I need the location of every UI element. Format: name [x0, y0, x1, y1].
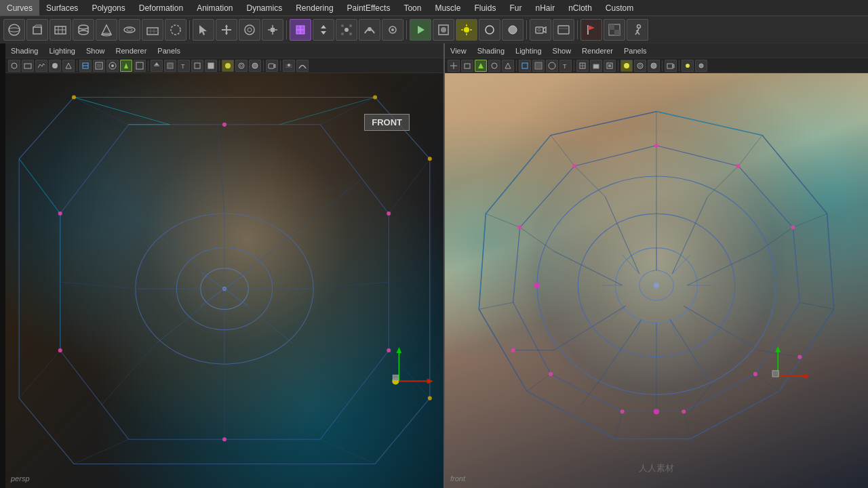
rv-tool14[interactable] [634, 60, 646, 72]
right-vp-lighting[interactable]: Lighting [510, 43, 547, 58]
lv-tool12[interactable] [164, 60, 176, 72]
tool-render-flag[interactable] [580, 19, 602, 41]
tool-checker[interactable] [604, 19, 625, 41]
lv-tool13[interactable]: T [178, 60, 190, 72]
tool-scale[interactable] [262, 19, 283, 41]
lv-tool16[interactable] [222, 60, 234, 72]
left-vp-renderer[interactable]: Renderer [110, 43, 152, 58]
rv-tool12[interactable] [604, 60, 616, 72]
lv-tool14[interactable] [191, 60, 203, 72]
svg-line-132 [279, 97, 375, 124]
tool-snap-grid[interactable] [336, 19, 357, 41]
tool-plane[interactable] [142, 19, 163, 41]
lv-snapcurve[interactable] [296, 60, 309, 72]
tool-ipr[interactable] [433, 19, 454, 41]
lv-tool17[interactable] [235, 60, 248, 72]
rv-tool4[interactable] [488, 60, 500, 72]
left-vp-lighting[interactable]: Lighting [43, 43, 81, 58]
right-vp-view[interactable]: View [445, 43, 472, 58]
lv-tool18[interactable] [249, 60, 261, 72]
tool-walk[interactable] [627, 19, 648, 41]
tool-cube[interactable] [26, 19, 48, 41]
rv-tool5[interactable] [502, 60, 514, 72]
left-viewport-canvas[interactable]: FRONT persp [5, 73, 443, 488]
menu-toon[interactable]: Toon [397, 0, 428, 16]
lv-snaptogrid[interactable] [283, 60, 295, 72]
lv-tool11[interactable] [151, 60, 163, 72]
rv-tool6[interactable] [519, 60, 531, 72]
tool-select[interactable] [193, 19, 214, 41]
tool-cone[interactable] [96, 19, 117, 41]
left-vp-show[interactable]: Show [81, 43, 111, 58]
menu-muscle[interactable]: Muscle [428, 0, 467, 16]
menu-polygons[interactable]: Polygons [85, 0, 132, 16]
tool-nurbs-circle[interactable] [165, 19, 186, 41]
lv-cam-btn[interactable] [266, 60, 278, 72]
rv-snap2[interactable] [695, 60, 707, 72]
lv-tool1[interactable] [8, 60, 20, 72]
menu-ncloth[interactable]: nCloth [561, 0, 599, 16]
viewport-left[interactable]: Shading Lighting Show Renderer Panels [5, 43, 445, 488]
menu-dynamics[interactable]: Dynamics [240, 0, 290, 16]
tool-move2[interactable] [313, 19, 334, 41]
menu-surfaces[interactable]: Surfaces [39, 0, 85, 16]
menu-deformation[interactable]: Deformation [132, 0, 190, 16]
lv-tool6[interactable] [79, 60, 92, 72]
tool-move[interactable] [216, 19, 237, 41]
lv-tool2[interactable] [22, 60, 34, 72]
lv-tool4[interactable] [49, 60, 61, 72]
menu-painteffects[interactable]: PaintEffects [340, 0, 397, 16]
rv-tool8[interactable] [546, 60, 558, 72]
menu-fluids[interactable]: Fluids [467, 0, 502, 16]
svg-line-217 [738, 136, 762, 166]
menu-nhair[interactable]: nHair [528, 0, 561, 16]
rv-tool3[interactable] [475, 60, 487, 72]
rv-tool16[interactable] [665, 60, 677, 72]
menu-custom[interactable]: Custom [599, 0, 640, 16]
tool-sphere[interactable] [3, 19, 25, 41]
svg-point-89 [225, 63, 231, 68]
lv-tool15[interactable] [205, 60, 217, 72]
tool-snap-curve[interactable] [359, 19, 380, 41]
rv-tool9[interactable]: T [559, 60, 572, 72]
lv-tool9[interactable] [120, 60, 132, 72]
right-vp-panels[interactable]: Panels [618, 43, 652, 58]
rv-tool1[interactable] [448, 60, 460, 72]
left-vp-panels[interactable]: Panels [152, 43, 186, 58]
svg-point-0 [9, 24, 20, 35]
tool-cylinder[interactable] [73, 19, 94, 41]
tool-light[interactable] [456, 19, 477, 41]
rv-tool15[interactable] [648, 60, 660, 72]
lv-tool10[interactable] [134, 60, 146, 72]
rv-tool13[interactable] [620, 60, 633, 72]
tool-view[interactable] [553, 19, 574, 41]
right-vp-show[interactable]: Show [547, 43, 577, 58]
tool-camera[interactable] [530, 19, 551, 41]
rv-tool11[interactable] [590, 60, 602, 72]
tool-circle-light[interactable] [479, 19, 500, 41]
rv-tool2[interactable] [461, 60, 473, 72]
menu-curves[interactable]: Curves [0, 0, 39, 16]
menu-fur[interactable]: Fur [502, 0, 528, 16]
tool-torus[interactable] [119, 19, 140, 41]
left-vp-shading[interactable]: Shading [5, 43, 43, 58]
tool-render[interactable] [410, 19, 431, 41]
tool-grid[interactable] [50, 19, 71, 41]
menu-animation[interactable]: Animation [190, 0, 239, 16]
tool-rotate[interactable] [239, 19, 260, 41]
right-vp-shading[interactable]: Shading [472, 43, 510, 58]
lv-tool8[interactable] [106, 60, 119, 72]
lv-tool5[interactable] [62, 60, 75, 72]
menu-rendering[interactable]: Rendering [289, 0, 340, 16]
tool-special[interactable] [290, 19, 311, 41]
rv-tool10[interactable] [576, 60, 589, 72]
right-vp-renderer[interactable]: Renderer [576, 43, 618, 58]
viewport-right[interactable]: View Shading Lighting Show Renderer Pane… [445, 43, 868, 488]
tool-snap-point[interactable] [382, 19, 403, 41]
rv-tool7[interactable] [532, 60, 545, 72]
rv-snap1[interactable] [682, 60, 694, 72]
tool-sphere-light[interactable] [502, 19, 524, 41]
right-viewport-canvas[interactable]: front 人人素材 [445, 73, 868, 488]
lv-tool3[interactable] [35, 60, 47, 72]
lv-tool7[interactable] [93, 60, 105, 72]
